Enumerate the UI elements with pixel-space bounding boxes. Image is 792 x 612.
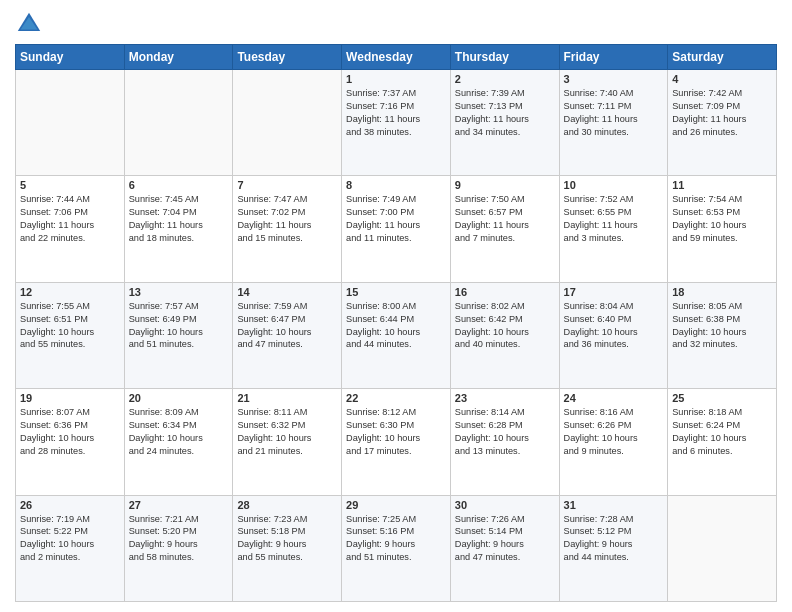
day-number: 15 xyxy=(346,286,446,298)
day-number: 26 xyxy=(20,499,120,511)
calendar-cell: 16Sunrise: 8:02 AM Sunset: 6:42 PM Dayli… xyxy=(450,282,559,388)
calendar-cell: 6Sunrise: 7:45 AM Sunset: 7:04 PM Daylig… xyxy=(124,176,233,282)
day-info: Sunrise: 7:19 AM Sunset: 5:22 PM Dayligh… xyxy=(20,513,120,565)
calendar-cell: 24Sunrise: 8:16 AM Sunset: 6:26 PM Dayli… xyxy=(559,389,668,495)
calendar-cell: 14Sunrise: 7:59 AM Sunset: 6:47 PM Dayli… xyxy=(233,282,342,388)
day-info: Sunrise: 7:57 AM Sunset: 6:49 PM Dayligh… xyxy=(129,300,229,352)
calendar-cell: 5Sunrise: 7:44 AM Sunset: 7:06 PM Daylig… xyxy=(16,176,125,282)
day-number: 20 xyxy=(129,392,229,404)
day-info: Sunrise: 7:49 AM Sunset: 7:00 PM Dayligh… xyxy=(346,193,446,245)
day-number: 16 xyxy=(455,286,555,298)
calendar-cell: 12Sunrise: 7:55 AM Sunset: 6:51 PM Dayli… xyxy=(16,282,125,388)
calendar-cell: 7Sunrise: 7:47 AM Sunset: 7:02 PM Daylig… xyxy=(233,176,342,282)
day-number: 5 xyxy=(20,179,120,191)
page: SundayMondayTuesdayWednesdayThursdayFrid… xyxy=(0,0,792,612)
day-number: 12 xyxy=(20,286,120,298)
calendar-cell: 1Sunrise: 7:37 AM Sunset: 7:16 PM Daylig… xyxy=(342,70,451,176)
day-info: Sunrise: 7:28 AM Sunset: 5:12 PM Dayligh… xyxy=(564,513,664,565)
day-info: Sunrise: 8:16 AM Sunset: 6:26 PM Dayligh… xyxy=(564,406,664,458)
day-info: Sunrise: 7:45 AM Sunset: 7:04 PM Dayligh… xyxy=(129,193,229,245)
calendar-table: SundayMondayTuesdayWednesdayThursdayFrid… xyxy=(15,44,777,602)
day-number: 19 xyxy=(20,392,120,404)
day-info: Sunrise: 8:00 AM Sunset: 6:44 PM Dayligh… xyxy=(346,300,446,352)
calendar-cell: 3Sunrise: 7:40 AM Sunset: 7:11 PM Daylig… xyxy=(559,70,668,176)
day-number: 9 xyxy=(455,179,555,191)
day-number: 31 xyxy=(564,499,664,511)
calendar-day-header: Monday xyxy=(124,45,233,70)
calendar-day-header: Wednesday xyxy=(342,45,451,70)
day-info: Sunrise: 8:02 AM Sunset: 6:42 PM Dayligh… xyxy=(455,300,555,352)
calendar-cell xyxy=(668,495,777,601)
day-info: Sunrise: 7:59 AM Sunset: 6:47 PM Dayligh… xyxy=(237,300,337,352)
day-info: Sunrise: 8:18 AM Sunset: 6:24 PM Dayligh… xyxy=(672,406,772,458)
day-info: Sunrise: 7:55 AM Sunset: 6:51 PM Dayligh… xyxy=(20,300,120,352)
header xyxy=(15,10,777,38)
day-info: Sunrise: 7:54 AM Sunset: 6:53 PM Dayligh… xyxy=(672,193,772,245)
calendar-cell: 21Sunrise: 8:11 AM Sunset: 6:32 PM Dayli… xyxy=(233,389,342,495)
day-number: 10 xyxy=(564,179,664,191)
day-number: 4 xyxy=(672,73,772,85)
calendar-cell xyxy=(124,70,233,176)
day-info: Sunrise: 7:42 AM Sunset: 7:09 PM Dayligh… xyxy=(672,87,772,139)
day-number: 6 xyxy=(129,179,229,191)
logo xyxy=(15,10,47,38)
calendar-day-header: Saturday xyxy=(668,45,777,70)
day-number: 29 xyxy=(346,499,446,511)
day-info: Sunrise: 8:04 AM Sunset: 6:40 PM Dayligh… xyxy=(564,300,664,352)
calendar-week-row: 1Sunrise: 7:37 AM Sunset: 7:16 PM Daylig… xyxy=(16,70,777,176)
calendar-cell: 26Sunrise: 7:19 AM Sunset: 5:22 PM Dayli… xyxy=(16,495,125,601)
day-number: 7 xyxy=(237,179,337,191)
day-number: 2 xyxy=(455,73,555,85)
day-info: Sunrise: 7:50 AM Sunset: 6:57 PM Dayligh… xyxy=(455,193,555,245)
calendar-week-row: 5Sunrise: 7:44 AM Sunset: 7:06 PM Daylig… xyxy=(16,176,777,282)
day-number: 11 xyxy=(672,179,772,191)
day-number: 24 xyxy=(564,392,664,404)
calendar-week-row: 12Sunrise: 7:55 AM Sunset: 6:51 PM Dayli… xyxy=(16,282,777,388)
calendar-cell: 28Sunrise: 7:23 AM Sunset: 5:18 PM Dayli… xyxy=(233,495,342,601)
day-info: Sunrise: 8:11 AM Sunset: 6:32 PM Dayligh… xyxy=(237,406,337,458)
day-info: Sunrise: 8:14 AM Sunset: 6:28 PM Dayligh… xyxy=(455,406,555,458)
calendar-day-header: Sunday xyxy=(16,45,125,70)
logo-icon xyxy=(15,10,43,38)
day-number: 30 xyxy=(455,499,555,511)
day-number: 1 xyxy=(346,73,446,85)
day-info: Sunrise: 7:21 AM Sunset: 5:20 PM Dayligh… xyxy=(129,513,229,565)
calendar-day-header: Tuesday xyxy=(233,45,342,70)
day-info: Sunrise: 8:05 AM Sunset: 6:38 PM Dayligh… xyxy=(672,300,772,352)
day-number: 18 xyxy=(672,286,772,298)
calendar-cell: 29Sunrise: 7:25 AM Sunset: 5:16 PM Dayli… xyxy=(342,495,451,601)
calendar-cell: 27Sunrise: 7:21 AM Sunset: 5:20 PM Dayli… xyxy=(124,495,233,601)
day-info: Sunrise: 7:40 AM Sunset: 7:11 PM Dayligh… xyxy=(564,87,664,139)
day-number: 23 xyxy=(455,392,555,404)
day-number: 21 xyxy=(237,392,337,404)
day-info: Sunrise: 7:39 AM Sunset: 7:13 PM Dayligh… xyxy=(455,87,555,139)
calendar-cell: 17Sunrise: 8:04 AM Sunset: 6:40 PM Dayli… xyxy=(559,282,668,388)
calendar-week-row: 19Sunrise: 8:07 AM Sunset: 6:36 PM Dayli… xyxy=(16,389,777,495)
calendar-cell xyxy=(233,70,342,176)
calendar-cell: 30Sunrise: 7:26 AM Sunset: 5:14 PM Dayli… xyxy=(450,495,559,601)
calendar-day-header: Thursday xyxy=(450,45,559,70)
day-info: Sunrise: 7:23 AM Sunset: 5:18 PM Dayligh… xyxy=(237,513,337,565)
day-number: 14 xyxy=(237,286,337,298)
day-number: 13 xyxy=(129,286,229,298)
calendar-cell: 20Sunrise: 8:09 AM Sunset: 6:34 PM Dayli… xyxy=(124,389,233,495)
calendar-week-row: 26Sunrise: 7:19 AM Sunset: 5:22 PM Dayli… xyxy=(16,495,777,601)
calendar-cell: 23Sunrise: 8:14 AM Sunset: 6:28 PM Dayli… xyxy=(450,389,559,495)
day-number: 27 xyxy=(129,499,229,511)
day-info: Sunrise: 7:44 AM Sunset: 7:06 PM Dayligh… xyxy=(20,193,120,245)
day-info: Sunrise: 7:52 AM Sunset: 6:55 PM Dayligh… xyxy=(564,193,664,245)
calendar-cell: 2Sunrise: 7:39 AM Sunset: 7:13 PM Daylig… xyxy=(450,70,559,176)
day-number: 3 xyxy=(564,73,664,85)
calendar-cell xyxy=(16,70,125,176)
calendar-cell: 19Sunrise: 8:07 AM Sunset: 6:36 PM Dayli… xyxy=(16,389,125,495)
calendar-day-header: Friday xyxy=(559,45,668,70)
calendar-cell: 4Sunrise: 7:42 AM Sunset: 7:09 PM Daylig… xyxy=(668,70,777,176)
calendar-cell: 18Sunrise: 8:05 AM Sunset: 6:38 PM Dayli… xyxy=(668,282,777,388)
calendar-cell: 9Sunrise: 7:50 AM Sunset: 6:57 PM Daylig… xyxy=(450,176,559,282)
calendar-header-row: SundayMondayTuesdayWednesdayThursdayFrid… xyxy=(16,45,777,70)
day-number: 28 xyxy=(237,499,337,511)
day-info: Sunrise: 8:12 AM Sunset: 6:30 PM Dayligh… xyxy=(346,406,446,458)
calendar-cell: 8Sunrise: 7:49 AM Sunset: 7:00 PM Daylig… xyxy=(342,176,451,282)
day-info: Sunrise: 7:37 AM Sunset: 7:16 PM Dayligh… xyxy=(346,87,446,139)
day-number: 25 xyxy=(672,392,772,404)
